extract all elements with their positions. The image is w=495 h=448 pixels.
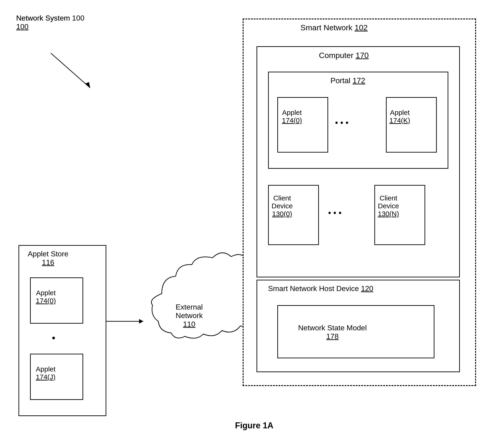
applet-174-k-box [386, 97, 437, 153]
smart-network-host-label: Smart Network Host Device 120 [268, 284, 373, 293]
store-dots: • [52, 333, 55, 343]
network-state-model-label: Network State Model178 [298, 324, 367, 341]
smart-network-label: Smart Network 102 [301, 23, 368, 32]
client-device-n-label: ClientDevice130(N) [378, 194, 399, 218]
applet-174-0-store-label: Applet174(0) [36, 289, 56, 305]
client-dots: • • • [328, 208, 342, 218]
applet-174-0-portal-label: Applet174(0) [282, 109, 302, 124]
portal-dots: • • • [335, 118, 348, 128]
network-system-text: Network System100 [16, 14, 70, 31]
applet-174-k-label: Applet174(K) [389, 109, 410, 124]
client-device-0-label: ClientDevice130(0) [272, 194, 293, 218]
svg-marker-1 [85, 82, 90, 88]
diagram: Network System 100 Network System100 Sma… [0, 0, 495, 448]
computer-label: Computer 170 [319, 51, 369, 60]
figure-caption: Figure 1A [185, 421, 324, 430]
portal-label: Portal 172 [330, 76, 365, 85]
applet-174-j-label: Applet174(J) [36, 365, 55, 381]
external-network-label: ExternalNetwork110 [176, 303, 203, 328]
applet-store-label: Applet Store116 [28, 250, 69, 267]
svg-marker-6 [231, 319, 235, 324]
svg-marker-4 [139, 319, 143, 324]
applet-174-0-portal-box [277, 97, 328, 153]
svg-line-0 [51, 53, 90, 88]
